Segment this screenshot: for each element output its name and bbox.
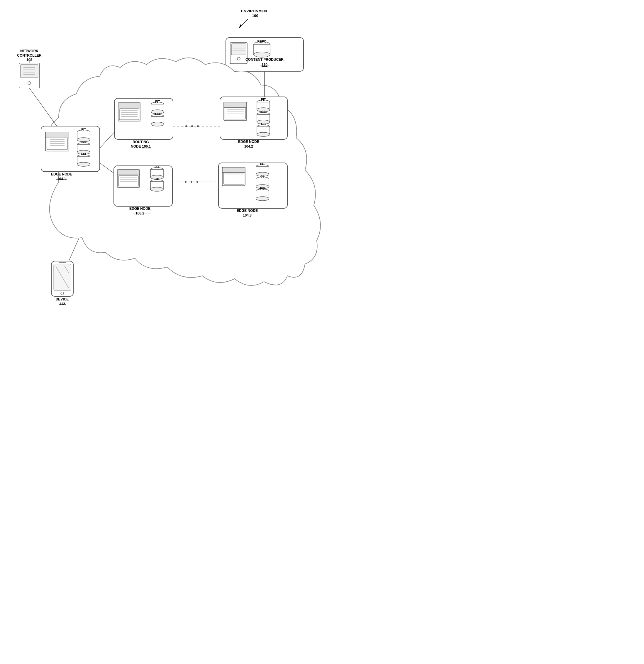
svg-point-31	[77, 162, 90, 166]
svg-point-110	[185, 125, 187, 127]
svg-text:CS: CS	[260, 175, 264, 178]
svg-rect-7	[21, 65, 38, 78]
svg-text:100: 100	[252, 14, 258, 18]
svg-rect-13	[231, 44, 246, 55]
pit-106-1-label: PIT	[155, 100, 160, 103]
svg-point-112	[191, 181, 192, 183]
routing-106-2-icon	[117, 170, 139, 187]
svg-point-111	[196, 181, 198, 183]
svg-point-108	[197, 125, 199, 127]
svg-text:FIB: FIB	[261, 123, 266, 126]
cp-label: CONTENT PRODUCER	[245, 58, 284, 62]
svg-rect-66	[117, 170, 139, 175]
svg-rect-67	[119, 175, 138, 186]
edge-104-3-text: EDGE NODE	[237, 209, 258, 213]
diagram-container: ENVIRONMENT 100 NAMED-DATA NETWORK 102 N…	[0, 0, 322, 332]
svg-rect-23	[45, 132, 69, 138]
nc-label: NETWORK	[20, 49, 38, 53]
svg-rect-82	[222, 167, 245, 172]
repo-label: REPO	[257, 40, 266, 43]
svg-text:PIT: PIT	[261, 98, 266, 101]
svg-rect-24	[47, 138, 67, 150]
env-label: ENVIRONMENT	[241, 9, 269, 13]
svg-point-97	[256, 196, 269, 201]
pit-104-1-label: PIT	[81, 128, 86, 131]
svg-point-113	[185, 181, 187, 183]
edge-node-104-1-icon	[45, 132, 69, 151]
svg-text:112: 112	[59, 302, 65, 306]
main-diagram: ENVIRONMENT 100 NAMED-DATA NETWORK 102 N…	[0, 0, 322, 332]
routing-104-2-icon	[224, 102, 246, 121]
svg-point-61	[257, 132, 270, 137]
svg-text:104.2: 104.2	[244, 144, 253, 148]
svg-point-109	[191, 125, 193, 127]
svg-point-77	[150, 187, 163, 191]
edge-104-1-text: EDGE NODE	[51, 172, 72, 177]
svg-rect-105	[59, 262, 66, 263]
svg-point-19	[254, 52, 270, 57]
svg-text:104.1: 104.1	[57, 177, 66, 181]
svg-text:FIB: FIB	[154, 178, 159, 181]
network-to-device	[67, 238, 79, 264]
svg-text:PIT: PIT	[154, 165, 159, 169]
edge-104-2-text: EDGE NODE	[238, 140, 259, 144]
svg-text:PIT: PIT	[260, 163, 265, 166]
device-label: DEVICE	[56, 297, 69, 301]
svg-text:NODE 106.1: NODE 106.1	[131, 144, 151, 148]
svg-marker-1	[239, 24, 241, 28]
fib-106-1-label: FIB	[155, 112, 160, 116]
cs-104-1-label: CS	[82, 141, 86, 144]
svg-point-42	[151, 122, 164, 126]
svg-text:104.3: 104.3	[243, 213, 252, 217]
svg-text:110: 110	[262, 63, 267, 67]
routing-106-1-icon	[118, 103, 140, 121]
routing-106-1-text: ROUTING	[132, 140, 149, 144]
edge-106-2-text: EDGE NODE	[129, 207, 150, 211]
svg-text:106.2: 106.2	[135, 211, 144, 215]
svg-text:CS: CS	[261, 110, 265, 113]
svg-text:CONTROLLER: CONTROLLER	[17, 54, 42, 58]
svg-rect-35	[118, 103, 140, 108]
fib-104-1-label: FIB	[81, 152, 86, 156]
routing-104-3-icon	[222, 167, 245, 186]
svg-text:FIB: FIB	[260, 187, 265, 190]
svg-rect-46	[224, 102, 246, 107]
